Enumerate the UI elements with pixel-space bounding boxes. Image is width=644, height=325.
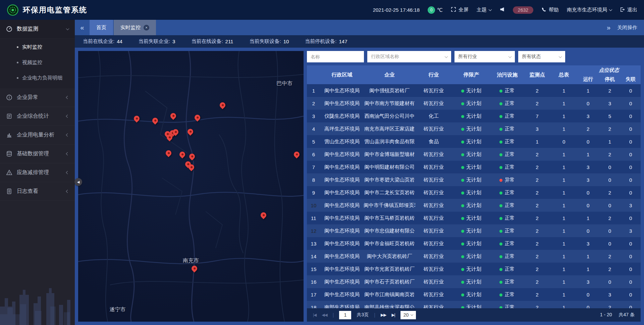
cell-company: 阆中市千佛镇五郎垭页岩 <box>364 199 415 212</box>
map-pin[interactable] <box>173 128 179 136</box>
map-pin[interactable] <box>152 117 158 125</box>
sidebar-subitem[interactable]: 视频监控 <box>0 55 75 70</box>
map-pin[interactable] <box>189 153 195 161</box>
header-running[interactable]: 运行 <box>577 74 599 84</box>
prev-page-button[interactable]: ◀◀ <box>322 313 327 317</box>
sidebar-subitem[interactable]: 实时监控 <box>0 39 75 55</box>
sidebar-section[interactable]: 企业综合统计 <box>0 107 75 126</box>
cell-pollution-facility: 正常 <box>490 122 524 135</box>
stat-value: 211 <box>225 39 233 44</box>
table-row[interactable]: 16阆中生态环境局阆中市石子页岩机砖厂砖瓦行业无计划正常21300 <box>307 275 641 288</box>
map-pin[interactable] <box>134 115 140 123</box>
close-icon[interactable]: × <box>144 25 149 31</box>
table-row[interactable]: 13阆中生态环境局阆中市金福旺页岩机砖砖瓦行业无计划正常21300 <box>307 237 641 250</box>
table-row[interactable]: 17阆中生态环境局阆中市江南镇阆南页岩砖瓦行业无计划正常21030 <box>307 288 641 301</box>
table-row[interactable]: 9阆中生态环境局阆中市二龙长宝页岩砖砖瓦行业无计划正常21020 <box>307 186 641 199</box>
table-row[interactable]: 6阆中生态环境局阆中市金博瑞新型墙材砖瓦行业无计划正常21120 <box>307 148 641 161</box>
org-dropdown[interactable]: 南充市生态环境局 <box>567 7 612 13</box>
map-pin[interactable] <box>187 128 194 136</box>
cell-running: 0 <box>577 186 599 199</box>
table-row[interactable]: 14阆中生态环境局阆中大兴页岩机砖厂砖瓦行业无计划正常21120 <box>307 250 641 263</box>
header-meters[interactable]: 总表 <box>550 65 577 84</box>
table-row[interactable]: 1阆中生态环境局阆中强锐页岩砖厂砖瓦行业无计划正常21120 <box>307 84 641 97</box>
map-panel[interactable]: 巴中市南充市遂宁市 <box>78 51 304 322</box>
first-page-button[interactable]: |◀ <box>313 313 316 317</box>
table-row[interactable]: 11阆中生态环境局阆中市五马桥页岩机砖砖瓦行业无计划正常21120 <box>307 212 641 224</box>
cell-region: 阆中生态环境局 <box>320 148 364 161</box>
page-number-input[interactable] <box>339 311 351 319</box>
table-row[interactable]: 4高坪生态环境局南充市高坪区王家店建砖瓦行业无计划正常31220 <box>307 122 641 135</box>
cell-limit-production: 无计划 <box>452 250 490 263</box>
header-stopped[interactable]: 停机 <box>599 74 621 84</box>
fullscreen-button[interactable]: 全屏 <box>451 7 469 13</box>
help-button[interactable]: 帮助 <box>541 7 559 13</box>
map-pin[interactable] <box>195 114 201 122</box>
row-number: 2 <box>307 97 320 110</box>
app-logo-icon <box>7 4 19 16</box>
sidebar-section[interactable]: 企业用电量分析 <box>0 126 75 145</box>
table-row[interactable]: 5营山生态环境局营山县润丰肉食品有限食品无计划正常10010 <box>307 135 641 148</box>
map-pin[interactable] <box>189 163 195 171</box>
map-pin[interactable] <box>170 112 176 120</box>
sidebar-section-label: 数据监测 <box>17 25 38 33</box>
cell-points: 2 <box>524 212 551 224</box>
cell-lost: 0 <box>621 161 641 173</box>
map-pin[interactable] <box>294 151 300 159</box>
industry-filter-select[interactable]: 所有行业 <box>454 51 515 62</box>
header-region[interactable]: 行政区域 <box>320 65 364 84</box>
map-pin[interactable] <box>167 133 173 142</box>
cell-company: 阆中市金福旺页岩机砖 <box>364 237 415 250</box>
cell-company: 南部县雄华水泥有限公 <box>364 301 415 308</box>
announcement-button[interactable] <box>499 7 505 13</box>
tabs-scroll-left-button[interactable]: « <box>75 20 90 35</box>
cell-stopped: 0 <box>599 199 621 212</box>
header-limit[interactable]: 停限产 <box>452 65 490 84</box>
theme-dropdown[interactable]: 主题 <box>477 7 491 13</box>
header-company[interactable]: 企业 <box>364 65 415 84</box>
header-industry[interactable]: 行业 <box>415 65 452 84</box>
sidebar-section[interactable]: 数据监测 <box>0 20 75 39</box>
tab-item[interactable]: 首页 <box>90 20 113 35</box>
chevron-down-icon <box>411 313 413 316</box>
tabs-scroll-right-button[interactable]: » <box>607 24 610 32</box>
map-pin[interactable] <box>261 211 267 219</box>
sidebar-section[interactable]: 日志查看 <box>0 182 75 201</box>
table-row[interactable]: 12阆中生态环境局阆中市忠信建材有限公砖瓦行业无计划正常21003 <box>307 224 641 237</box>
cell-points: 2 <box>524 199 551 212</box>
table-row[interactable]: 3仪陇生态环境局西南油气田分公司川中化工无计划正常71350 <box>307 110 641 122</box>
tab-item[interactable]: 实时监控× <box>114 20 156 35</box>
sidebar-section[interactable]: 应急减排管理 <box>0 163 75 182</box>
header-lost[interactable]: 失联 <box>621 74 641 84</box>
map-pin[interactable] <box>166 149 172 157</box>
cell-limit-production: 无计划 <box>452 263 490 275</box>
logout-button[interactable]: 退出 <box>620 7 637 13</box>
page-size-select[interactable]: 20 <box>400 311 416 319</box>
table-row[interactable]: 15阆中生态环境局阆中市光富页岩机砖厂砖瓦行业无计划正常21120 <box>307 263 641 275</box>
table-row[interactable]: 7阆中生态环境局阆中明阳建材有限公司砖瓦行业无计划正常21300 <box>307 161 641 173</box>
row-number: 15 <box>307 263 320 275</box>
map-pin[interactable] <box>179 151 185 159</box>
cell-running: 0 <box>577 135 599 148</box>
cell-points: 2 <box>524 186 551 199</box>
alert-triangle-icon <box>6 169 12 176</box>
name-filter-input[interactable] <box>307 51 364 62</box>
header-facility[interactable]: 治污设施 <box>490 65 524 84</box>
region-filter-select[interactable]: 行政区域名称 <box>367 51 451 62</box>
sidebar-section[interactable]: 基础数据管理 <box>0 145 75 163</box>
map-pin[interactable] <box>192 265 198 273</box>
next-page-button[interactable]: ▶▶ <box>381 313 386 317</box>
cell-industry: 砖瓦行业 <box>415 263 452 275</box>
sidebar-section[interactable]: 企业异常 <box>0 88 75 107</box>
last-page-button[interactable]: ▶| <box>391 313 395 317</box>
table-row[interactable]: 8阆中生态环境局阆中市枣碧大梁山页岩砖瓦行业无计划异常21300 <box>307 173 641 186</box>
close-operations-button[interactable]: 关闭操作 <box>617 24 637 31</box>
header-points[interactable]: 监测点 <box>524 65 551 84</box>
sidebar-subitem[interactable]: 企业电力负荷明细 <box>0 70 75 86</box>
map-pin[interactable] <box>220 101 226 109</box>
notification-badge[interactable]: 2632 <box>513 6 533 14</box>
row-number: 8 <box>307 173 320 186</box>
table-row[interactable]: 18南部生态环境局南部县雄华水泥有限公砖瓦行业无计划正常21020 <box>307 301 641 308</box>
table-row[interactable]: 2阆中生态环境局阆中市南方节能建材有砖瓦行业无计划正常21030 <box>307 97 641 110</box>
table-row[interactable]: 10阆中生态环境局阆中市千佛镇五郎垭页岩砖瓦行业无计划正常21003 <box>307 199 641 212</box>
status-filter-select[interactable]: 所有状态 <box>518 51 565 62</box>
